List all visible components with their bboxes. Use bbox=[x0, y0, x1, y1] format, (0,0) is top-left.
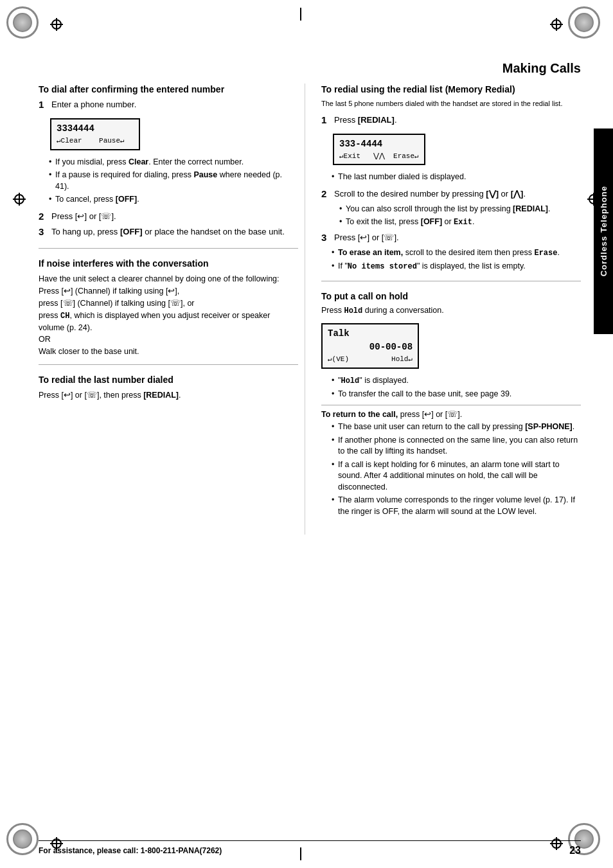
bullet-item: If "No items stored" is displayed, the l… bbox=[332, 261, 581, 272]
bullet-item: To erase an item, scroll to the desired … bbox=[332, 247, 581, 259]
bullet-item: If a pause is required for dialing, pres… bbox=[49, 170, 298, 192]
noise-body: Have the unit select a clearer channel b… bbox=[39, 273, 298, 358]
step-2-redial: 2 Scroll to the desired number by pressi… bbox=[321, 188, 581, 200]
corner-decoration-tr bbox=[568, 6, 607, 45]
bullet-item: If a call is kept holding for 6 minutes,… bbox=[332, 459, 581, 493]
page-title: Making Calls bbox=[502, 61, 581, 76]
page-number: 23 bbox=[569, 845, 581, 856]
dial-confirm-bullets: If you misdial, press Clear. Enter the c… bbox=[49, 157, 298, 206]
section-noise: If noise interferes with the conversatio… bbox=[39, 258, 298, 365]
left-column: To dial after confirming the entered num… bbox=[39, 84, 305, 535]
redial-bullets-1: The last number dialed is displayed. bbox=[332, 172, 581, 183]
redial-last-body: Press [↩] or [☏], then press [REDIAL]. bbox=[39, 389, 298, 402]
bullet-item: "Hold" is displayed. bbox=[332, 375, 581, 387]
main-content: To dial after confirming the entered num… bbox=[39, 84, 581, 817]
lcd-display-dial: 3334444 ↵Clear Pause↵ bbox=[50, 118, 140, 150]
bullet-item: The last number dialed is displayed. bbox=[332, 172, 581, 183]
return-call-text: To return to the call, press [↩] or [☏]. bbox=[321, 405, 581, 419]
footer-assistance-text: For assistance, please call: 1-800-211-P… bbox=[39, 846, 222, 855]
right-column: To redial using the redial list (Memory … bbox=[318, 84, 581, 535]
bullet-item: You can also scroll through the list by … bbox=[339, 204, 581, 215]
section-noise-title: If noise interferes with the conversatio… bbox=[39, 258, 298, 269]
section-dial-confirm: To dial after confirming the entered num… bbox=[39, 84, 298, 249]
return-call-bullets: The base unit user can return to the cal… bbox=[332, 421, 581, 517]
reg-mark-ml bbox=[13, 193, 26, 206]
lcd-display-redial: 333-4444 ↵Exit ⋁⋀ Erase↵ bbox=[333, 134, 425, 166]
step-3-dial: 3 To hang up, press [OFF] or place the h… bbox=[39, 226, 298, 238]
bullet-item: To transfer the call to the base unit, s… bbox=[332, 389, 581, 400]
reg-mark-tr bbox=[550, 18, 563, 31]
redial-bullets-2: To erase an item, scroll to the desired … bbox=[332, 247, 581, 272]
section-dial-confirm-title: To dial after confirming the entered num… bbox=[39, 84, 298, 95]
section-redial-list-subtitle: The last 5 phone numbers dialed with the… bbox=[321, 99, 581, 109]
step-1-dial: 1 Enter a phone number. bbox=[39, 99, 298, 111]
corner-decoration-tl bbox=[6, 6, 45, 45]
two-column-layout: To dial after confirming the entered num… bbox=[39, 84, 581, 535]
bullet-item: The base unit user can return to the cal… bbox=[332, 421, 581, 433]
section-redial-last: To redial the last number dialed Press [… bbox=[39, 374, 298, 408]
section-redial-last-title: To redial the last number dialed bbox=[39, 374, 298, 385]
step-3-redial: 3 Press [↩] or [☏]. bbox=[321, 232, 581, 244]
bullet-item: If another phone is connected on the sam… bbox=[332, 435, 581, 457]
step2-redial-bullets: You can also scroll through the list by … bbox=[339, 204, 581, 228]
bullet-item: To exit the list, press [OFF] or Exit. bbox=[339, 217, 581, 228]
step-2-dial: 2 Press [↩] or [☏]. bbox=[39, 211, 298, 222]
lcd-display-hold: Talk 00-00-08 ↵(VE) Hold↵ bbox=[321, 323, 419, 369]
section-call-hold: To put a call on hold Press Hold during … bbox=[321, 290, 581, 526]
section-redial-list-title: To redial using the redial list (Memory … bbox=[321, 84, 581, 95]
call-hold-body: Press Hold during a conversation. bbox=[321, 306, 581, 315]
page-footer: For assistance, please call: 1-800-211-P… bbox=[39, 840, 581, 856]
hold-bullets: "Hold" is displayed. To transfer the cal… bbox=[332, 375, 581, 400]
reg-mark-tl bbox=[50, 18, 63, 31]
reg-mark-tm bbox=[300, 8, 301, 21]
step-1-redial: 1 Press [REDIAL]. bbox=[321, 114, 581, 126]
sidebar-label: Cordless Telephone bbox=[594, 128, 613, 334]
bullet-item: The alarm volume corresponds to the ring… bbox=[332, 495, 581, 517]
section-call-hold-title: To put a call on hold bbox=[321, 290, 581, 302]
bullet-item: To cancel, press [OFF]. bbox=[49, 194, 298, 206]
section-redial-list: To redial using the redial list (Memory … bbox=[321, 84, 581, 281]
bullet-item: If you misdial, press Clear. Enter the c… bbox=[49, 157, 298, 168]
